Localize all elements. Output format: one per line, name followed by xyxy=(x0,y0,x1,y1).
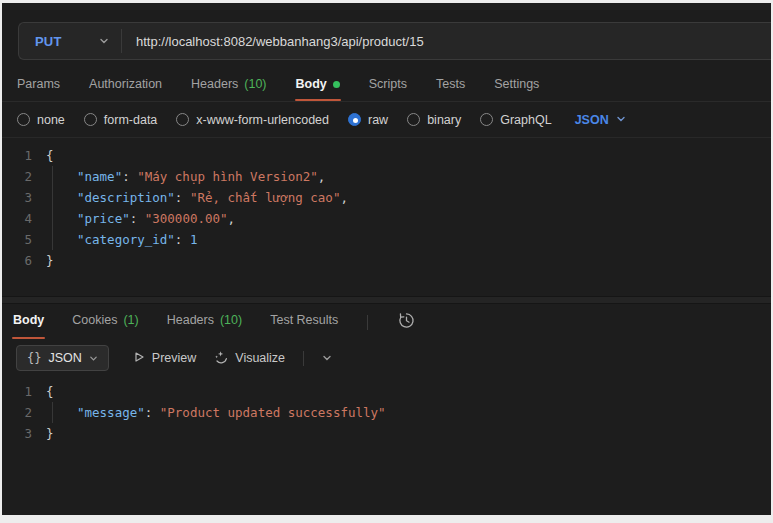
body-type-form-data[interactable]: form-data xyxy=(84,113,158,127)
token-str: "Product updated successfully" xyxy=(160,405,386,420)
radio-label: binary xyxy=(427,113,461,127)
tab-label: Params xyxy=(17,77,60,91)
token-key: "description" xyxy=(77,190,175,205)
url-input[interactable]: http://localhost:8082/webbanhang3/api/pr… xyxy=(122,23,771,59)
code-content: } xyxy=(46,423,54,444)
code-content: { xyxy=(46,145,54,166)
code-content: "message": "Product updated successfully… xyxy=(46,402,386,423)
tab-headers[interactable]: Headers(10) xyxy=(166,305,243,339)
tab-label: Cookies xyxy=(72,313,117,327)
more-formats-chevron[interactable] xyxy=(322,353,332,363)
body-type-none[interactable]: none xyxy=(17,113,65,127)
body-type-row: noneform-datax-www-form-urlencodedrawbin… xyxy=(2,102,771,138)
chevron-down-icon xyxy=(616,113,626,127)
response-history-button[interactable] xyxy=(394,310,418,334)
tab-count-badge: (10) xyxy=(220,313,242,327)
radio-label: GraphQL xyxy=(500,113,551,127)
response-format-dropdown[interactable]: {} JSON xyxy=(16,345,109,371)
pane-resize-handle[interactable] xyxy=(2,296,771,304)
radio-icon xyxy=(407,113,420,126)
tab-tests[interactable]: Tests xyxy=(435,71,466,101)
token-key: "name" xyxy=(77,169,122,184)
token-punct: : xyxy=(145,405,160,420)
code-content: "price": "300000.00", xyxy=(46,208,235,229)
code-line: 1{ xyxy=(2,381,771,402)
tab-test-results[interactable]: Test Results xyxy=(269,305,339,339)
code-line: 3"description": "Rẻ, chất lượng cao", xyxy=(2,187,771,208)
visualize-button[interactable]: Visualize xyxy=(214,350,285,367)
radio-label: none xyxy=(37,113,65,127)
token-punct: , xyxy=(340,190,348,205)
indent-guide: "description": "Rẻ, chất lượng cao", xyxy=(52,187,348,208)
tab-headers[interactable]: Headers(10) xyxy=(190,71,267,101)
body-type-graphql[interactable]: GraphQL xyxy=(480,113,551,127)
tab-count-badge: (10) xyxy=(244,77,266,91)
token-key: "price" xyxy=(77,211,130,226)
token-punct: } xyxy=(46,253,54,268)
body-type-binary[interactable]: binary xyxy=(407,113,461,127)
response-toolbar: {} JSON Preview xyxy=(2,344,771,372)
radio-selected-icon xyxy=(348,113,361,126)
token-punct: , xyxy=(318,169,326,184)
tab-label: Body xyxy=(13,313,44,327)
response-tab-items: BodyCookies(1)Headers(10)Test Results xyxy=(12,304,339,340)
token-str: "Rẻ, chất lượng cao" xyxy=(190,190,341,205)
response-body-editor[interactable]: 1{2"message": "Product updated successfu… xyxy=(2,372,771,444)
radio-icon xyxy=(84,113,97,126)
request-url-row: PUT http://localhost:8082/webbanhang3/ap… xyxy=(18,22,771,60)
body-type-x-www-form-urlencoded[interactable]: x-www-form-urlencoded xyxy=(176,113,329,127)
unsaved-changes-dot xyxy=(333,81,340,88)
tab-params[interactable]: Params xyxy=(16,71,61,101)
code-line: 4"price": "300000.00", xyxy=(2,208,771,229)
method-dropdown[interactable]: PUT xyxy=(19,23,121,59)
preview-label: Preview xyxy=(152,351,196,365)
radio-label: x-www-form-urlencoded xyxy=(196,113,329,127)
token-punct: , xyxy=(228,211,236,226)
visualize-sparkle-icon xyxy=(214,350,228,367)
code-content: "description": "Rẻ, chất lượng cao", xyxy=(46,187,348,208)
token-punct: : xyxy=(175,190,190,205)
tab-cookies[interactable]: Cookies(1) xyxy=(71,305,139,339)
tab-count-badge: (1) xyxy=(123,313,138,327)
indent-guide: "message": "Product updated successfully… xyxy=(52,402,386,423)
body-type-raw[interactable]: raw xyxy=(348,113,388,127)
code-line: 5"category_id": 1 xyxy=(2,229,771,250)
tab-label: Body xyxy=(296,77,327,91)
line-number: 1 xyxy=(2,145,46,166)
line-number: 1 xyxy=(2,381,46,402)
api-client-window: PUT http://localhost:8082/webbanhang3/ap… xyxy=(2,3,771,515)
body-type-options: noneform-datax-www-form-urlencodedrawbin… xyxy=(17,113,552,127)
line-number: 3 xyxy=(2,187,46,208)
tab-label: Headers xyxy=(167,313,214,327)
request-tabs: ParamsAuthorizationHeaders(10)BodyScript… xyxy=(2,68,771,102)
method-label: PUT xyxy=(35,34,62,49)
body-language-label: JSON xyxy=(575,113,609,127)
code-content: { xyxy=(46,381,54,402)
tab-body[interactable]: Body xyxy=(295,71,341,101)
line-number: 4 xyxy=(2,208,46,229)
visualize-label: Visualize xyxy=(235,351,285,365)
line-number: 3 xyxy=(2,423,46,444)
tab-body[interactable]: Body xyxy=(12,305,45,339)
tab-label: Test Results xyxy=(270,313,338,327)
tab-authorization[interactable]: Authorization xyxy=(88,71,163,101)
radio-icon xyxy=(176,113,189,126)
token-key: "category_id" xyxy=(77,232,175,247)
toolbar-divider xyxy=(303,351,304,366)
token-key: "message" xyxy=(77,405,145,420)
indent-guide: "name": "Máy chụp hình Version2", xyxy=(52,166,325,187)
request-body-editor[interactable]: 1{2"name": "Máy chụp hình Version2",3"de… xyxy=(2,138,771,296)
chevron-down-icon xyxy=(99,32,109,50)
tab-settings[interactable]: Settings xyxy=(493,71,540,101)
line-number: 5 xyxy=(2,229,46,250)
tab-label: Tests xyxy=(436,77,465,91)
body-language-dropdown[interactable]: JSON xyxy=(575,113,626,127)
code-content: } xyxy=(46,250,54,271)
tab-label: Scripts xyxy=(369,77,407,91)
tab-scripts[interactable]: Scripts xyxy=(368,71,408,101)
preview-button[interactable]: Preview xyxy=(133,351,196,366)
radio-icon xyxy=(480,113,493,126)
line-number: 2 xyxy=(2,166,46,187)
line-number: 6 xyxy=(2,250,46,271)
token-punct: : xyxy=(130,211,145,226)
